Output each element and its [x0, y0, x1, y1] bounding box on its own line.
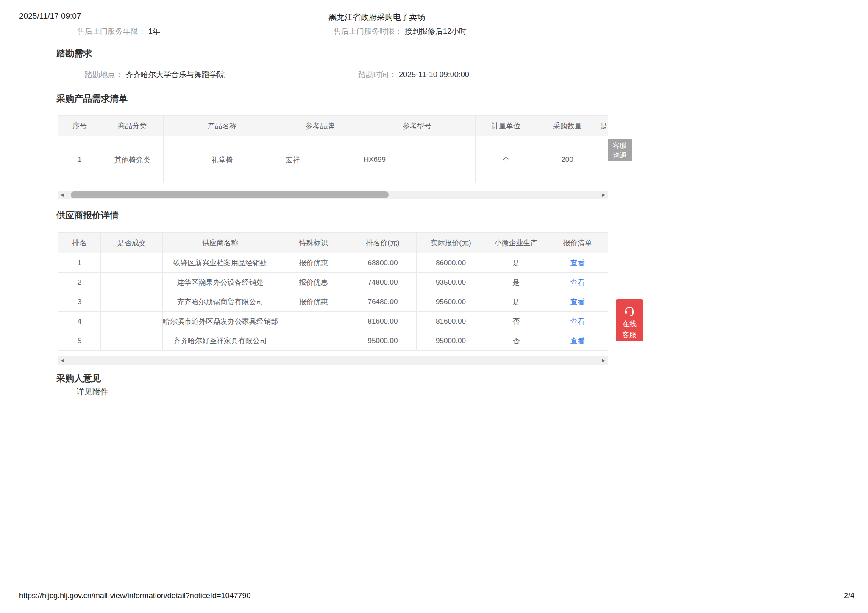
table-row: 5齐齐哈尔好圣祥家具有限公司95000.0095000.00否查看 — [58, 331, 608, 351]
supplier-table-hscrollbar[interactable]: ◀ ▶ — [58, 356, 608, 365]
column-header: 是 — [598, 116, 608, 136]
table-cell: 1 — [58, 136, 101, 183]
table-cell: 建华区瀚果办公设备经销处 — [163, 273, 278, 292]
view-quote-link[interactable]: 查看 — [570, 317, 585, 325]
table-cell: 68800.00 — [349, 253, 417, 273]
table-cell: 查看 — [547, 253, 608, 273]
view-quote-link[interactable]: 查看 — [570, 337, 585, 345]
chat-badge-line: 沟通 — [608, 150, 632, 160]
headset-icon — [623, 304, 636, 316]
chat-badge-button[interactable]: 客服 沟通 — [608, 139, 632, 161]
view-quote-link[interactable]: 查看 — [570, 278, 585, 286]
table-cell — [101, 253, 163, 273]
table-cell: 是 — [485, 273, 547, 292]
product-table-header-row: 序号商品分类产品名称参考品牌参考型号计量单位采购数量是 — [58, 116, 608, 136]
field-survey-location: 踏勘地点：齐齐哈尔大学音乐与舞蹈学院 — [85, 69, 225, 80]
chat-badge-line: 客服 — [608, 141, 632, 150]
table-cell — [598, 136, 608, 183]
table-row: 1其他椅凳类礼堂椅宏祥HX699个200 — [58, 136, 608, 183]
table-cell: 查看 — [547, 312, 608, 331]
field-after-sale-years: 售后上门服务年限：1年 — [77, 26, 160, 36]
table-cell: 查看 — [547, 331, 608, 351]
supplier-table-header-row: 排名是否成交供应商名称特殊标识排名价(元)实际报价(元)小微企业生产报价清单 — [58, 233, 608, 253]
scroll-right-arrow-icon[interactable]: ▶ — [602, 356, 605, 365]
table-cell: 95000.00 — [349, 331, 417, 351]
table-cell: 报价优惠 — [278, 292, 349, 312]
table-cell — [101, 331, 163, 351]
field-survey-time: 踏勘时间：2025-11-10 09:00:00 — [358, 69, 469, 80]
table-cell: 哈尔滨市道外区鼎发办公家具经销部 — [163, 312, 278, 331]
section-heading-opinion: 采购人意见 — [56, 372, 101, 384]
scrollbar-thumb[interactable] — [71, 191, 389, 198]
column-header: 序号 — [58, 116, 101, 136]
scroll-right-arrow-icon[interactable]: ▶ — [602, 191, 605, 199]
table-cell: 个 — [476, 136, 537, 183]
table-cell: 86000.00 — [417, 253, 485, 273]
table-cell: 1 — [58, 253, 101, 273]
view-quote-link[interactable]: 查看 — [570, 298, 585, 306]
online-service-label-line: 客服 — [616, 330, 643, 341]
table-cell: 否 — [485, 312, 547, 331]
table-cell: 报价优惠 — [278, 273, 349, 292]
page-title: 黑龙江省政府采购电子卖场 — [328, 12, 425, 23]
table-cell: 齐齐哈尔朋锡商贸有限公司 — [163, 292, 278, 312]
table-cell: 2 — [58, 273, 101, 292]
table-cell: 95600.00 — [417, 292, 485, 312]
table-cell — [101, 273, 163, 292]
column-header: 供应商名称 — [163, 233, 278, 253]
table-cell: 76480.00 — [349, 292, 417, 312]
column-header: 特殊标识 — [278, 233, 349, 253]
table-cell — [278, 331, 349, 351]
view-quote-link[interactable]: 查看 — [570, 259, 585, 267]
column-header: 商品分类 — [101, 116, 164, 136]
table-row: 3齐齐哈尔朋锡商贸有限公司报价优惠76480.0095600.00是查看 — [58, 292, 608, 312]
table-row: 4哈尔滨市道外区鼎发办公家具经销部81600.0081600.00否查看 — [58, 312, 608, 331]
column-header: 报价清单 — [547, 233, 608, 253]
column-header: 参考型号 — [359, 116, 476, 136]
table-cell: 齐齐哈尔好圣祥家具有限公司 — [163, 331, 278, 351]
table-cell: 礼堂椅 — [164, 136, 281, 183]
table-cell — [278, 312, 349, 331]
table-cell: 是 — [485, 292, 547, 312]
scroll-left-arrow-icon[interactable]: ◀ — [61, 191, 64, 199]
section-heading-survey: 踏勘需求 — [56, 47, 92, 59]
field-value: 齐齐哈尔大学音乐与舞蹈学院 — [125, 70, 225, 79]
table-cell: 宏祥 — [281, 136, 359, 183]
column-header: 排名 — [58, 233, 101, 253]
table-cell: HX699 — [359, 136, 476, 183]
field-label: 踏勘时间： — [358, 70, 396, 79]
supplier-table-wrap: 排名是否成交供应商名称特殊标识排名价(元)实际报价(元)小微企业生产报价清单 1… — [58, 232, 608, 351]
table-cell: 200 — [537, 136, 598, 183]
product-table: 序号商品分类产品名称参考品牌参考型号计量单位采购数量是 1其他椅凳类礼堂椅宏祥H… — [58, 115, 608, 183]
table-cell: 93500.00 — [417, 273, 485, 292]
table-cell: 查看 — [547, 292, 608, 312]
table-row: 2建华区瀚果办公设备经销处报价优惠74800.0093500.00是查看 — [58, 273, 608, 292]
column-header: 排名价(元) — [349, 233, 417, 253]
field-after-sale-response: 售后上门服务时限：接到报修后12小时 — [334, 26, 467, 36]
column-header: 计量单位 — [476, 116, 537, 136]
field-label: 踏勘地点： — [85, 70, 123, 79]
column-header: 小微企业生产 — [485, 233, 547, 253]
table-cell: 5 — [58, 331, 101, 351]
column-header: 实际报价(元) — [417, 233, 485, 253]
field-value: 2025-11-10 09:00:00 — [399, 70, 469, 79]
table-cell: 是 — [485, 253, 547, 273]
field-value: 1年 — [148, 27, 160, 36]
table-cell: 4 — [58, 312, 101, 331]
field-label: 售后上门服务时限： — [334, 27, 402, 36]
table-cell: 其他椅凳类 — [101, 136, 164, 183]
scroll-left-arrow-icon[interactable]: ◀ — [61, 356, 64, 365]
section-heading-products: 采购产品需求清单 — [56, 93, 128, 105]
product-table-hscrollbar[interactable]: ◀ ▶ — [58, 191, 608, 199]
online-service-button[interactable]: 在线 客服 — [616, 299, 643, 341]
table-cell: 报价优惠 — [278, 253, 349, 273]
table-cell: 3 — [58, 292, 101, 312]
field-value: 接到报修后12小时 — [405, 27, 467, 36]
print-footer-page: 2/4 — [844, 591, 854, 600]
table-cell — [101, 292, 163, 312]
print-footer-url: https://hljcg.hlj.gov.cn/mall-view/infor… — [19, 591, 250, 600]
column-header: 产品名称 — [164, 116, 281, 136]
print-datetime: 2025/11/17 09:07 — [19, 11, 81, 21]
table-cell: 81600.00 — [417, 312, 485, 331]
table-cell: 查看 — [547, 273, 608, 292]
